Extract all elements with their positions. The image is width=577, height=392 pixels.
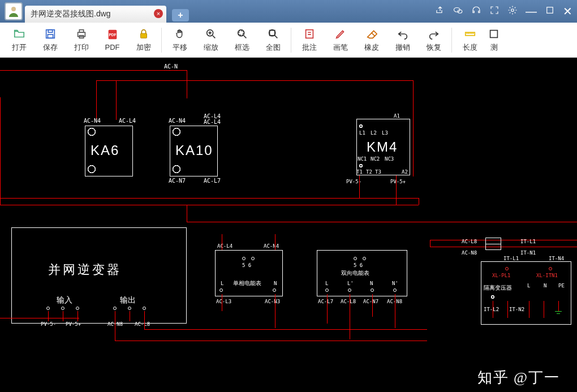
tab-close-button[interactable]: × [154, 9, 163, 18]
terminal-label: 5 6 [242, 262, 251, 268]
svg-rect-4 [547, 7, 553, 14]
terminal-label: AC-N7 [169, 178, 186, 184]
terminal-label: AC-L7 [204, 178, 221, 184]
terminal-label: IT-N1 [520, 250, 536, 256]
terminal-label: IT-L2 [484, 307, 499, 312]
component-label: 双向电能表 [341, 269, 369, 277]
terminal-label: AC-N7 [363, 299, 378, 304]
component-label: KA6 [91, 143, 119, 158]
terminal-label: N [544, 283, 546, 288]
terminal-label: AC-L8 [135, 321, 150, 327]
pen-button[interactable]: 画笔 [325, 25, 356, 55]
svg-text:PDF: PDF [109, 33, 116, 37]
pdf-button[interactable]: PDFPDF [97, 26, 128, 54]
length-button[interactable]: 长度 [454, 25, 485, 55]
terminal-label: L1 [359, 130, 365, 136]
minimize-button[interactable]: — [526, 5, 537, 18]
terminal-label: AC-N4 [264, 243, 279, 249]
lock-button[interactable]: 加密 [128, 25, 159, 55]
terminal-label: XL-ITN1 [536, 273, 558, 278]
toolbar-separator [161, 28, 162, 53]
lock-icon [137, 28, 150, 40]
terminal-label: AC-L4 [217, 243, 232, 249]
annotate-button[interactable]: 批注 [294, 25, 325, 55]
terminal-label: AC-L8 [462, 239, 477, 244]
component-label: 单相电能表 [233, 279, 261, 287]
component-label: KA10 [175, 143, 213, 158]
measure-button[interactable]: 测 [485, 25, 502, 55]
wire-label: AC-N [164, 63, 178, 70]
toolbar-separator [451, 28, 452, 53]
pan-button[interactable]: 平移 [164, 25, 195, 55]
terminal-label: L [325, 281, 328, 286]
drawing-canvas[interactable]: AC-N AC-N4 AC-L4 KA6 AC-N4 AC-L4 AC-L4 K… [0, 58, 577, 392]
terminal-label: T2 [366, 169, 372, 175]
terminal-label: NC3 [385, 156, 394, 162]
component-label: 输出 [120, 295, 136, 305]
measure-icon [488, 28, 500, 40]
user-avatar-icon[interactable] [5, 2, 23, 20]
terminal-label: N' [392, 281, 398, 286]
box-select-button[interactable]: 框选 [226, 25, 257, 55]
svg-rect-7 [48, 34, 53, 37]
terminal-label: AC-N8 [462, 250, 477, 256]
file-tab[interactable]: 并网逆变器接线图.dwg × [25, 6, 166, 23]
terminal-label: IT-L1 [503, 256, 519, 261]
headset-icon[interactable] [471, 5, 481, 18]
zoom-button[interactable]: 缩放 [195, 25, 226, 55]
terminal-label: AC-N3 [265, 299, 280, 304]
redo-button[interactable]: 恢复 [418, 25, 449, 55]
component-label: KM4 [367, 139, 398, 155]
window-controls: — ✕ [435, 5, 572, 18]
fullscreen-icon[interactable] [489, 5, 500, 18]
terminal-label: IT-N2 [509, 307, 524, 312]
svg-rect-6 [48, 29, 52, 32]
terminal-label: L [221, 281, 223, 286]
annotate-icon [303, 28, 316, 40]
titlebar: 并网逆变器接线图.dwg × + — ✕ [0, 0, 577, 23]
eraser-button[interactable]: 橡皮 [356, 25, 387, 55]
pdf-icon: PDF [106, 28, 119, 41]
print-icon [75, 28, 88, 40]
terminal-label: XL-PL1 [492, 273, 511, 278]
svg-rect-16 [239, 31, 243, 35]
close-button[interactable]: ✕ [563, 5, 572, 18]
fit-all-button[interactable]: 全图 [257, 25, 288, 55]
wechat-icon[interactable] [453, 5, 463, 18]
open-button[interactable]: 打开 [3, 25, 35, 55]
maximize-button[interactable] [545, 5, 555, 18]
new-tab-button[interactable]: + [172, 9, 189, 21]
terminal-label: PV-5- [41, 321, 56, 327]
terminal-label: AC-N4 [169, 118, 186, 124]
terminal-label: NC2 [371, 156, 380, 162]
terminal-label: L2 [371, 130, 377, 136]
print-button[interactable]: 打印 [66, 25, 97, 55]
component-label: 输入 [57, 295, 72, 305]
box-select-icon [236, 28, 248, 40]
settings-icon[interactable] [507, 5, 518, 18]
main-toolbar: 打开 保存 打印 PDFPDF 加密 平移 缩放 框选 全图 批注 画笔 橡皮 … [0, 23, 577, 58]
terminal-label: T3 [375, 169, 381, 175]
svg-rect-9 [79, 29, 83, 32]
terminal-label: L3 [382, 130, 388, 136]
undo-icon [397, 28, 409, 40]
component-label: 并网逆变器 [48, 261, 122, 278]
pen-icon [334, 28, 347, 40]
terminal-label: N [370, 281, 373, 286]
terminal-label: A2 [402, 169, 408, 175]
terminal-label: IT-N4 [549, 256, 564, 261]
terminal-label: AC-L4 [204, 119, 221, 125]
component-label: 隔离变压器 [484, 284, 512, 292]
share-icon[interactable] [435, 5, 445, 18]
terminal-label: AC-L7 [318, 299, 333, 304]
terminal-label: AC-L8 [341, 299, 356, 304]
terminal-label: AC-N4 [84, 118, 101, 124]
svg-rect-18 [269, 30, 274, 35]
zoom-icon [205, 28, 217, 40]
eraser-icon [365, 28, 378, 40]
ruler-icon [464, 28, 476, 40]
save-icon [44, 28, 57, 40]
save-button[interactable]: 保存 [35, 25, 66, 55]
isolation-transformer [481, 261, 571, 325]
undo-button[interactable]: 撤销 [387, 25, 418, 55]
